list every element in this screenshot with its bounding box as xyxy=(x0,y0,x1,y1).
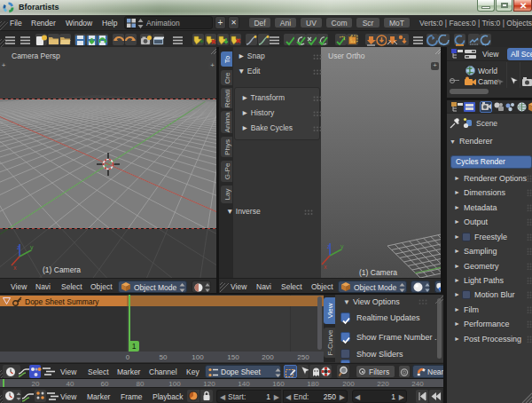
svg-text:y: y xyxy=(340,243,344,250)
svg-text:z: z xyxy=(327,243,331,249)
svg-text:x: x xyxy=(324,264,327,270)
svg-text:x: x xyxy=(13,265,17,271)
svg-text:z: z xyxy=(17,244,20,250)
svg-text:y: y xyxy=(30,244,34,251)
